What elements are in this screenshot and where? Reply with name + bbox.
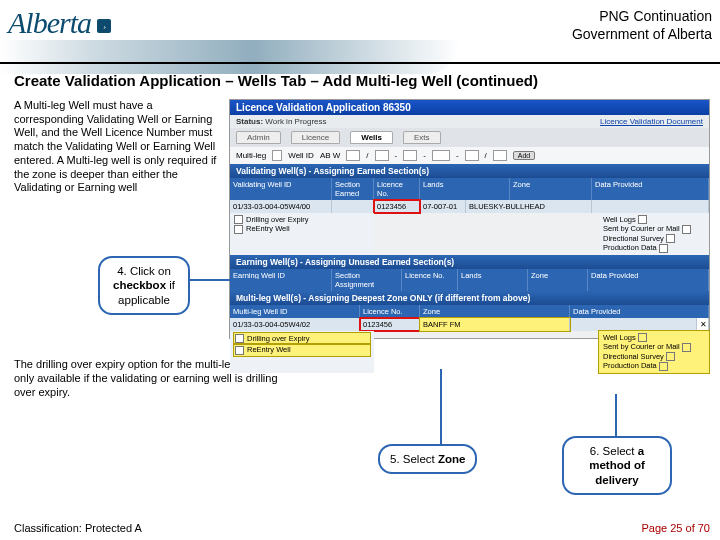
doc-link[interactable]: Licence Validation Document <box>600 117 703 126</box>
slide-header: Alberta› PNG Continuation Government of … <box>0 0 720 64</box>
callout-5: 5. Select Zone <box>378 444 477 474</box>
earning-header: Earning Well(s) - Assigning Unused Earne… <box>230 255 709 269</box>
ml-drill-expiry-checkbox[interactable] <box>235 334 244 343</box>
header-title: PNG Continuation Government of Alberta <box>572 6 712 43</box>
filter-row: Multi-leg Well ID AB W / - - - / Add <box>230 147 709 164</box>
page-number: Page 25 of 70 <box>641 522 710 534</box>
application-screenshot: Licence Validation Application 86350 Sta… <box>229 99 710 339</box>
status-row: Status: Work in Progress Licence Validat… <box>230 115 709 128</box>
ml-reentry-checkbox[interactable] <box>235 346 244 355</box>
tab-licence[interactable]: Licence <box>291 131 341 144</box>
multileg-zone-highlight: BANFF FM <box>420 318 570 331</box>
close-icon[interactable]: ✕ <box>697 318 709 331</box>
multileg-header: Multi-leg Well(s) - Assigning Deepest Zo… <box>230 291 709 305</box>
multileg-licence-highlight: 0123456 <box>360 318 420 331</box>
multileg-row: 01/33-03-004-05W4/02 0123456 BANFF FM ✕ <box>230 318 709 331</box>
callout-4: 4. Click on checkbox if applicable <box>98 256 190 315</box>
callout-5-line <box>440 369 442 445</box>
wellid-input[interactable] <box>346 150 360 161</box>
slide-footer: Classification: Protected A Page 25 of 7… <box>14 522 710 534</box>
tab-exts[interactable]: Exts <box>403 131 441 144</box>
drill-expiry-checkbox[interactable] <box>234 215 243 224</box>
delivery-method-highlight: Well Logs Sent by Courier or Mail Direct… <box>599 331 709 373</box>
section-title: Create Validation Application – Wells Ta… <box>14 72 710 91</box>
earning-columns: Earning Well ID Section Assignment Licen… <box>230 269 709 291</box>
chevron-icon: › <box>97 19 111 33</box>
validating-row: 01/33-03-004-05W4/00 0123456 07-007-01 B… <box>230 200 709 213</box>
multileg-select[interactable] <box>272 150 282 161</box>
validating-header: Validating Well(s) - Assigning Earned Se… <box>230 164 709 178</box>
classification-label: Classification: Protected A <box>14 522 142 534</box>
reentry-checkbox[interactable] <box>234 225 243 234</box>
validating-licence-highlight: 0123456 <box>374 200 420 213</box>
callout-6: 6. Select a method of delivery <box>562 436 672 495</box>
alberta-logo: Alberta› <box>8 6 111 40</box>
validating-columns: Validating Well ID Section Earned Licenc… <box>230 178 709 200</box>
tab-wells[interactable]: Wells <box>350 131 393 144</box>
callout-4-line <box>190 279 260 281</box>
tabs-row: Admin Licence Wells Exts <box>230 128 709 147</box>
multileg-columns: Multi-leg Well ID Licence No. Zone Data … <box>230 305 709 318</box>
tab-admin[interactable]: Admin <box>236 131 281 144</box>
add-button[interactable]: Add <box>513 151 535 160</box>
app-title-bar: Licence Validation Application 86350 <box>230 100 709 115</box>
callout-6-line <box>615 394 617 438</box>
